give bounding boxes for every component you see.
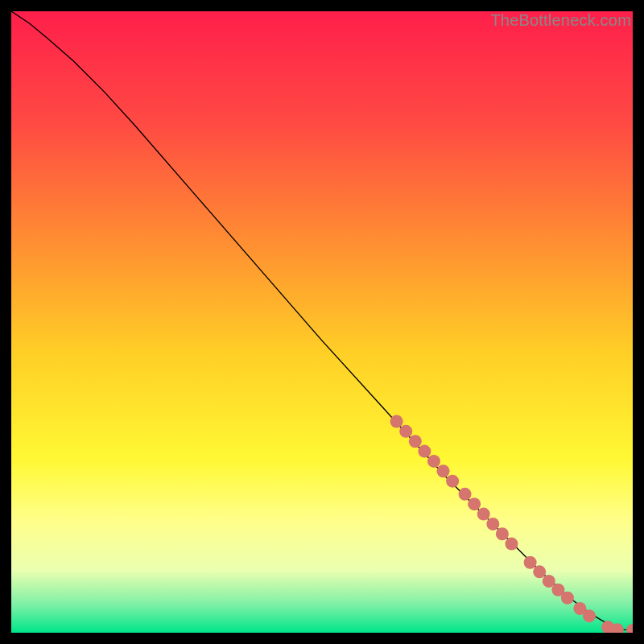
data-marker: [505, 538, 518, 551]
data-marker: [399, 425, 412, 438]
data-marker: [459, 488, 472, 501]
data-marker: [561, 592, 574, 605]
data-marker: [446, 475, 459, 488]
data-marker: [496, 527, 509, 540]
data-marker: [524, 556, 537, 569]
watermark-text: TheBottleneck.com: [490, 11, 631, 30]
data-marker: [486, 518, 499, 530]
data-marker: [468, 497, 481, 510]
data-marker: [437, 464, 450, 477]
data-marker: [533, 565, 546, 578]
gradient-background: [11, 11, 633, 633]
data-marker: [477, 508, 490, 521]
data-marker: [390, 415, 403, 428]
data-marker: [583, 609, 596, 622]
data-marker: [409, 435, 422, 448]
chart-frame: TheBottleneck.com: [11, 11, 633, 633]
chart-canvas: [11, 11, 633, 633]
data-marker: [427, 455, 440, 468]
data-marker: [418, 445, 431, 458]
